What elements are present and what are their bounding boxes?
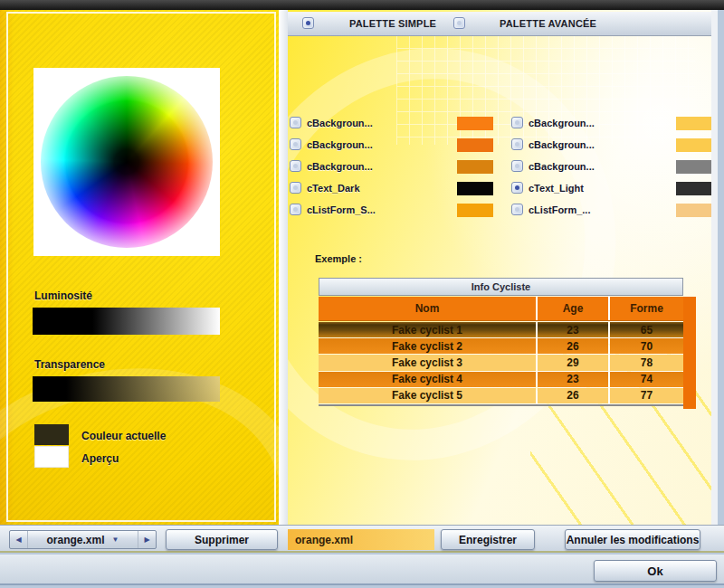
color-entry-checkbox[interactable] [511,182,523,194]
column-header-forme: Forme [610,297,683,320]
color-entry-label: cText_Dark [307,183,360,194]
color-entry-checkbox[interactable] [511,204,523,215]
file-selector-value-area[interactable]: orange.xml ▼ [28,531,138,548]
example-table-title: Info Cycliste [319,278,683,296]
file-selector-value: orange.xml [47,534,105,546]
column-header-age: Age [538,297,608,320]
filename-input[interactable] [288,529,434,550]
cell-forme: 78 [610,355,683,370]
palette-simple-radio[interactable] [302,17,314,29]
cell-nom: Fake cyclist 1 [319,322,536,337]
color-entry-checkbox[interactable] [511,160,523,172]
previous-file-button[interactable]: ◀ [10,531,28,548]
cell-nom: Fake cyclist 2 [319,338,536,354]
color-entry-swatch[interactable] [457,204,493,217]
palette-simple-label[interactable]: PALETTE SIMPLE [349,18,436,29]
color-wheel-box [33,68,220,256]
color-entry-label: cListForm_... [529,204,590,215]
color-wheel[interactable] [41,76,213,248]
cell-age: 26 [538,338,608,354]
cell-forme: 74 [610,372,683,387]
palette-avancee-label[interactable]: PALETTE AVANCÉE [500,18,596,29]
color-entry-row: cBackgroun... [290,159,498,175]
color-entry-row: cBackgroun... [511,138,718,153]
next-file-button[interactable]: ▶ [138,531,156,548]
color-entry-label: cBackgroun... [307,118,373,128]
color-entry-label: cBackgroun... [529,118,595,128]
cell-forme: 65 [610,322,683,337]
supprimer-button[interactable]: Supprimer [166,529,278,550]
color-entry-swatch[interactable] [676,182,712,195]
example-table-body: Fake cyclist 1 23 65 Fake cyclist 2 26 7… [319,322,683,406]
ok-button[interactable]: Ok [594,560,717,582]
color-entry-swatch[interactable] [676,138,712,152]
preview-color-swatch [34,446,69,468]
color-entry-swatch[interactable] [457,117,493,130]
color-entry-swatch[interactable] [457,182,493,195]
color-entry-swatch[interactable] [676,117,712,130]
example-label: Exemple : [315,253,362,264]
color-entry-label: cBackgroun... [307,139,373,150]
color-entry-swatch[interactable] [676,160,712,174]
luminosity-label: Luminosité [34,289,92,302]
right-arrow-icon: ▶ [144,536,149,544]
cell-age: 29 [538,355,608,370]
preview-label: Aperçu [81,452,119,465]
enregistrer-button[interactable]: Enregistrer [441,529,535,550]
color-entry-label: cListForm_S... [307,204,376,215]
color-entry-checkbox[interactable] [290,138,301,150]
cell-nom: Fake cyclist 4 [319,372,536,387]
color-entry-label: cBackgroun... [529,139,595,150]
color-entry-checkbox[interactable] [511,138,523,150]
example-table-header: Nom Age Forme [319,297,683,321]
table-row: Fake cyclist 3 29 78 [319,355,683,370]
color-entry-checkbox[interactable] [511,117,523,128]
cell-forme: 77 [610,388,683,403]
color-entry-row: cBackgroun... [511,116,718,131]
color-entry-checkbox[interactable] [290,204,301,215]
table-row: Fake cyclist 5 26 77 [319,388,683,403]
color-entry-row: cListForm_... [511,203,718,218]
color-entry-label: cText_Light [529,183,584,194]
dialog-footer: Ok [0,555,724,585]
luminosity-slider[interactable] [33,308,220,335]
table-row: Fake cyclist 1 23 65 [319,322,683,337]
current-color-label: Couleur actuelle [81,430,166,442]
color-entry-row: cText_Dark [290,181,498,196]
color-entry-row: cBackgroun... [290,138,498,153]
file-selector[interactable]: ◀ orange.xml ▼ ▶ [9,530,157,549]
cell-age: 23 [538,372,608,387]
color-entry-label: cBackgroun... [529,161,595,172]
color-picker-panel: Luminosité Transparence Couleur actuelle… [0,10,279,525]
color-entry-label: cBackgroun... [307,161,373,172]
color-entry-checkbox[interactable] [290,160,301,172]
example-table-scrollbar [683,297,696,409]
color-entry-checkbox[interactable] [290,182,301,194]
palette-panel: PALETTE SIMPLE PALETTE AVANCÉE cBackgrou… [288,10,718,525]
table-row: Fake cyclist 4 23 74 [319,372,683,387]
example-table: Info Cycliste Nom Age Forme Fake cyclist… [319,278,696,411]
palette-mode-bar: PALETTE SIMPLE PALETTE AVANCÉE [288,12,718,36]
color-entry-swatch[interactable] [457,138,493,152]
cell-nom: Fake cyclist 3 [319,355,536,370]
palette-editor-window: Luminosité Transparence Couleur actuelle… [0,0,724,588]
transparency-slider[interactable] [33,376,220,402]
annuler-modifications-button[interactable]: Annuler les modifications [565,529,700,550]
cell-nom: Fake cyclist 5 [319,388,536,403]
color-entry-swatch[interactable] [457,160,493,174]
column-header-nom: Nom [319,297,536,320]
color-entry-row: cText_Light [511,181,718,196]
chevron-down-icon: ▼ [112,536,119,544]
window-titlebar [0,0,724,10]
palette-avancee-radio[interactable] [453,17,465,29]
cell-age: 23 [538,322,608,337]
file-toolbar: ◀ orange.xml ▼ ▶ Supprimer Enregistrer A… [0,525,724,553]
table-row: Fake cyclist 2 26 70 [319,338,683,354]
transparency-label: Transparence [34,358,105,371]
color-entry-checkbox[interactable] [290,117,301,128]
cell-forme: 70 [610,338,683,354]
color-entry-swatch[interactable] [676,204,712,217]
panel-divider [279,10,288,525]
left-arrow-icon: ◀ [15,536,21,544]
color-entry-row: cBackgroun... [511,159,718,175]
